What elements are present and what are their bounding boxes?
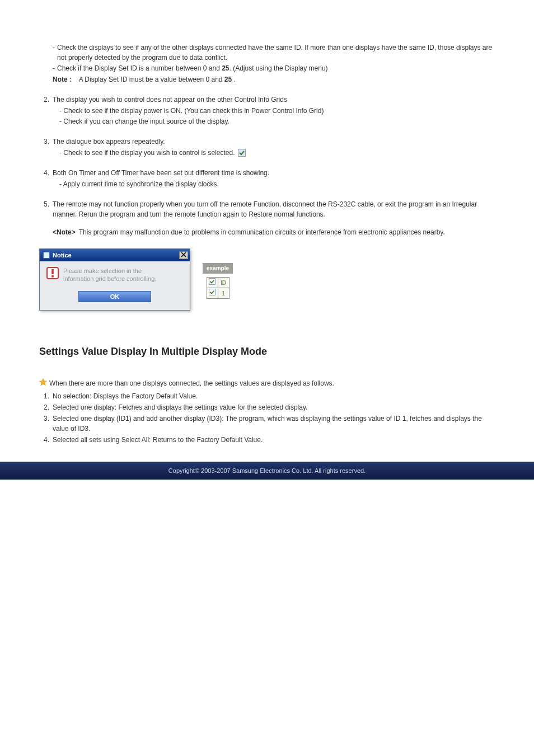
bottom-item-1-num: 1. — [39, 391, 53, 401]
section-4-num: 4. — [39, 168, 53, 178]
svg-rect-4 — [209, 279, 216, 285]
notice-window: Notice — [39, 248, 190, 311]
section-2-num: 2. — [39, 95, 53, 105]
copyright-bar: Copyright© 2003-2007 Samsung Electronics… — [0, 462, 534, 480]
bottom-item-1-text: No selection: Displays the Factory Defau… — [53, 391, 495, 401]
checkbox-row-icon — [209, 289, 216, 295]
section-5-note: <Note> This program may malfunction due … — [39, 227, 495, 237]
notice-line2: information grid before controlling. — [63, 275, 156, 282]
section-3: 3. The dialogue box appears repeatedly. … — [39, 137, 495, 158]
checkbox-header-icon — [209, 278, 216, 285]
section-4-sub-0: - Apply current time to synchronize the … — [39, 179, 495, 189]
section-2-row: 2. The display you wish to control does … — [39, 95, 495, 105]
section-2-title: The display you wish to control does not… — [53, 95, 495, 105]
page-content: - Check the displays to see if any of th… — [0, 0, 534, 445]
dash: - — [53, 63, 57, 73]
bottom-item-4-text: Selected all sets using Select All: Retu… — [53, 435, 495, 445]
section-5-num: 5. — [39, 199, 53, 209]
notice-msg-row: Please make selection in the information… — [46, 267, 183, 283]
notice-titlebar: Notice — [40, 249, 190, 261]
bottom-item-1: 1. No selection: Displays the Factory De… — [39, 391, 495, 401]
top-dash-1: - Check the displays to see if any of th… — [39, 43, 495, 63]
example-row-id: 1 — [218, 288, 229, 299]
section-2: 2. The display you wish to control does … — [39, 95, 495, 126]
bottom-item-2-num: 2. — [39, 402, 53, 412]
section-5: 5. The remote may not function properly … — [39, 199, 495, 237]
bottom-item-4: 4. Selected all sets using Select All: R… — [39, 435, 495, 445]
top-note: Note : A Display Set ID must be a value … — [39, 74, 495, 84]
top-note-bold: 25 — [224, 76, 232, 83]
section-2-sub-0: - Check to see if the display power is O… — [39, 106, 495, 116]
top-note-pre: A Display Set ID must be a value between… — [79, 76, 224, 83]
top-note-post: . — [232, 76, 236, 83]
bottom-intro-row: When there are more than one displays co… — [39, 378, 495, 389]
svg-rect-2 — [51, 269, 54, 274]
bottom-item-2-text: Selected one display: Fetches and displa… — [53, 402, 495, 412]
notice-close-button[interactable] — [179, 251, 188, 259]
section-4-row: 4. Both On Timer and Off Timer have been… — [39, 168, 495, 178]
section-3-sub-0-innertext: - Check to see if the display you wish t… — [59, 149, 235, 157]
top-dash-2-text: Check if the Display Set ID is a number … — [57, 63, 495, 73]
section-4-title: Both On Timer and Off Timer have been se… — [53, 168, 495, 178]
section-5-note-label: <Note> — [53, 227, 79, 237]
notice-title-text: Notice — [53, 251, 72, 260]
example-row-check[interactable] — [207, 288, 218, 299]
bottom-item-3: 3. Selected one display (ID1) and add an… — [39, 414, 495, 434]
bottom-item-2: 2. Selected one display: Fetches and dis… — [39, 402, 495, 412]
checkbox-icon — [238, 149, 246, 157]
example-header-id: ID — [218, 278, 229, 288]
section-3-row: 3. The dialogue box appears repeatedly. — [39, 137, 495, 147]
section-heading: Settings Value Display In Multiple Displ… — [39, 344, 495, 359]
svg-rect-5 — [209, 289, 216, 295]
section-5-title: The remote may not function properly whe… — [53, 199, 495, 219]
notice-line1: Please make selection in the — [63, 267, 142, 274]
section-2-sub-0-text: - Check to see if the display power is O… — [59, 106, 495, 116]
warning-icon — [46, 267, 59, 279]
notice-title-left: Notice — [43, 251, 72, 260]
notice-figure: Notice — [39, 248, 233, 311]
top-dash-2: - Check if the Display Set ID is a numbe… — [39, 63, 495, 73]
bottom-item-4-num: 4. — [39, 435, 53, 445]
top-note-label: Note : — [53, 76, 72, 83]
notice-text: Please make selection in the information… — [63, 267, 156, 283]
section-2-sub-1: - Check if you can change the input sour… — [39, 116, 495, 126]
svg-rect-0 — [238, 149, 245, 157]
top-dash-2-bold: 25 — [222, 64, 229, 72]
section-3-sub-0-text: - Check to see if the display you wish t… — [59, 148, 495, 158]
top-dash-2-post: . (Adjust using the Display menu) — [229, 64, 328, 72]
example-caption: example — [203, 263, 233, 274]
section-5-note-text: This program may malfunction due to prob… — [79, 227, 495, 237]
section-3-title: The dialogue box appears repeatedly. — [53, 137, 495, 147]
section-2-sub-1-text: - Check if you can change the input sour… — [59, 116, 495, 126]
top-dash-2-pre: Check if the Display Set ID is a number … — [57, 64, 222, 72]
dash: - — [53, 43, 57, 53]
bottom-item-3-text: Selected one display (ID1) and add anoth… — [53, 414, 495, 434]
example-table: ID 1 — [207, 277, 229, 299]
notice-app-icon — [43, 252, 50, 259]
star-icon — [39, 378, 47, 389]
section-3-sub-0: - Check to see if the display you wish t… — [39, 148, 495, 158]
notice-body: Please make selection in the information… — [40, 261, 190, 310]
svg-rect-3 — [51, 275, 54, 278]
example-header-check — [207, 278, 218, 288]
bottom-intro: When there are more than one displays co… — [49, 378, 334, 388]
top-dash-1-text: Check the displays to see if any of the … — [57, 43, 495, 63]
bottom-item-3-num: 3. — [39, 414, 53, 424]
section-3-num: 3. — [39, 137, 53, 147]
example-box: example ID — [203, 263, 233, 299]
notice-ok-button[interactable]: OK — [78, 291, 151, 302]
svg-marker-6 — [40, 378, 47, 385]
section-4: 4. Both On Timer and Off Timer have been… — [39, 168, 495, 189]
section-5-row: 5. The remote may not function properly … — [39, 199, 495, 219]
section-4-sub-0-text: - Apply current time to synchronize the … — [59, 179, 495, 189]
